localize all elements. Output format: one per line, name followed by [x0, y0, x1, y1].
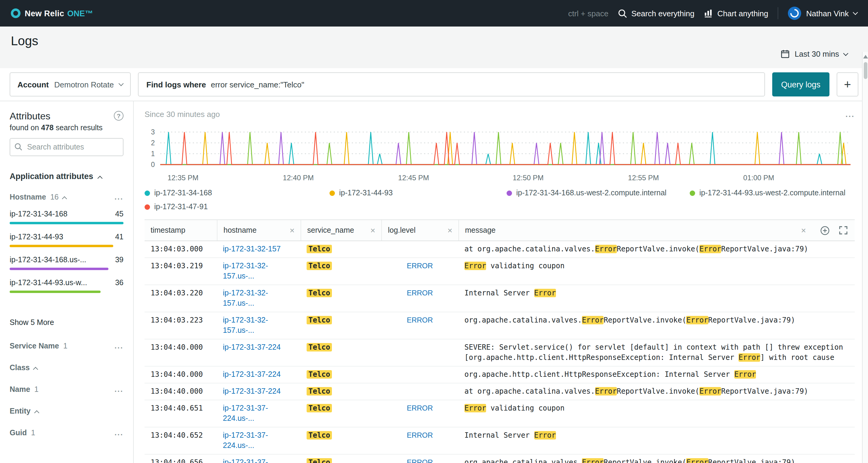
hostname-link[interactable]: ip-172-31-32-157.us-... — [223, 262, 268, 280]
legend-item[interactable]: ip-172-31-47-91 — [145, 203, 330, 211]
service-name-chip[interactable]: Telco — [307, 370, 332, 379]
chart-anything-button[interactable]: Chart anything — [704, 9, 768, 18]
attribute-item[interactable]: ip-172-31-34-168.us-...39 — [10, 256, 123, 270]
service-name-chip[interactable]: Telco — [307, 458, 332, 463]
hostname-group-header[interactable]: Hostname 16 ... — [10, 193, 123, 201]
close-column-icon[interactable]: × — [370, 226, 375, 235]
hostname-link[interactable]: ip-172-31-37-224 — [223, 370, 281, 379]
service-name-chip[interactable]: Telco — [307, 262, 332, 270]
close-column-icon[interactable]: × — [447, 226, 453, 235]
sidebar-section-guid[interactable]: Guid1... — [10, 422, 123, 444]
add-column-button[interactable] — [820, 226, 830, 235]
legend-item[interactable]: ip-172-31-34-168.us-west-2.compute.inter… — [506, 189, 690, 197]
scroll-up-arrow-icon[interactable] — [863, 55, 868, 58]
section-menu-icon[interactable]: ... — [115, 388, 123, 391]
section-menu-icon[interactable]: ... — [115, 344, 123, 348]
topbar-divider — [778, 7, 779, 19]
column-header-hostname[interactable]: hostname × — [217, 220, 301, 240]
legend-item[interactable]: ip-172-31-34-168 — [145, 189, 330, 197]
chevron-up-icon — [62, 196, 67, 201]
section-menu-icon[interactable]: ... — [115, 431, 123, 435]
cell-timestamp: 13:04:03.000 — [145, 241, 217, 257]
logs-main-panel: Since 30 minutes ago ... 012312:35 PM12:… — [134, 101, 868, 463]
hostname-link[interactable]: ip-172-31-37-224.us-... — [223, 458, 268, 463]
service-name-chip[interactable]: Telco — [307, 289, 332, 297]
hostname-link[interactable]: ip-172-31-37-224 — [223, 343, 281, 351]
help-icon[interactable]: ? — [114, 111, 123, 121]
column-header-message[interactable]: message × — [458, 220, 812, 240]
table-row[interactable]: 13:04:03.000ip-172-31-32-157Telcoat org.… — [145, 241, 855, 258]
log-level-value: ERROR — [407, 316, 433, 324]
close-column-icon[interactable]: × — [290, 226, 294, 235]
brand[interactable]: New Relic ONE™ — [11, 8, 93, 18]
sidebar-section-class[interactable]: Class — [10, 357, 123, 379]
close-column-icon[interactable]: × — [801, 226, 806, 235]
add-query-button[interactable]: + — [837, 73, 858, 96]
log-volume-chart[interactable]: 012312:35 PM12:40 PM12:45 PM12:50 PM12:5… — [145, 125, 855, 185]
vertical-scrollbar[interactable] — [862, 52, 868, 463]
shortcut-hint: ctrl + space — [568, 9, 609, 18]
column-header-timestamp[interactable]: timestamp — [145, 220, 217, 240]
column-header-service-name[interactable]: service_name × — [301, 220, 381, 240]
account-selector[interactable]: Account Demotron Rotate — [10, 73, 131, 96]
table-row[interactable]: 13:04:40.656ip-172-31-37-224.us-...Telco… — [145, 455, 855, 463]
scrollbar-thumb[interactable] — [864, 62, 867, 79]
expand-table-button[interactable] — [839, 226, 847, 234]
table-row[interactable]: 13:04:40.000ip-172-31-37-224Telcoat org.… — [145, 383, 855, 400]
log-level-value: ERROR — [407, 431, 433, 439]
column-label: hostname — [223, 226, 257, 234]
legend-item[interactable]: ip-172-31-44-93.us-west-2.compute.intern… — [690, 189, 855, 197]
hostname-link[interactable]: ip-172-31-32-157.us-... — [223, 289, 268, 308]
table-row[interactable]: 13:04:40.652ip-172-31-37-224.us-...Telco… — [145, 428, 855, 455]
sidebar-section-service-name[interactable]: Service Name1... — [10, 335, 123, 357]
chart-options-menu-icon[interactable]: ... — [845, 112, 855, 116]
application-attributes-label: Application attributes — [10, 172, 93, 181]
svg-text:1: 1 — [151, 150, 155, 157]
query-input[interactable]: Find logs where error service_name:"Telc… — [138, 73, 765, 96]
service-name-chip[interactable]: Telco — [307, 431, 332, 439]
table-row[interactable]: 13:04:40.651ip-172-31-37-224.us-...Telco… — [145, 400, 855, 428]
section-count: 1 — [31, 429, 35, 437]
query-logs-button[interactable]: Query logs — [772, 73, 830, 96]
table-row[interactable]: 13:04:40.000ip-172-31-37-224TelcoSEVERE:… — [145, 340, 855, 367]
attribute-bar — [10, 222, 123, 224]
service-name-chip[interactable]: Telco — [307, 404, 332, 412]
column-header-log-level[interactable]: log.level × — [381, 220, 458, 240]
table-row[interactable]: 13:04:03.223ip-172-31-32-157.us-...Telco… — [145, 312, 855, 340]
service-name-chip[interactable]: Telco — [307, 316, 332, 324]
application-attributes-section[interactable]: Application attributes — [10, 172, 123, 181]
search-icon — [14, 143, 22, 151]
hostname-link[interactable]: ip-172-31-37-224 — [223, 387, 281, 396]
time-range-picker[interactable]: Last 30 mins — [781, 50, 847, 58]
hostname-group-menu-icon[interactable]: ... — [115, 195, 123, 199]
show-more-link[interactable]: Show 5 More — [10, 318, 123, 327]
hostname-link[interactable]: ip-172-31-32-157 — [223, 245, 281, 253]
search-attributes-input[interactable] — [10, 138, 123, 156]
cell-timestamp: 13:04:03.223 — [145, 312, 217, 328]
hostname-link[interactable]: ip-172-31-37-224.us-... — [223, 404, 268, 423]
chevron-up-icon — [97, 175, 102, 180]
table-row[interactable]: 13:04:03.219ip-172-31-32-157.us-...Telco… — [145, 258, 855, 285]
table-row[interactable]: 13:04:40.000ip-172-31-37-224Telcoorg.apa… — [145, 367, 855, 383]
brand-one: ONE™ — [67, 9, 93, 18]
cell-service-name: Telco — [301, 241, 381, 257]
service-name-chip[interactable]: Telco — [307, 245, 332, 253]
attribute-item[interactable]: ip-172-31-44-93.us-w...36 — [10, 279, 123, 293]
search-everything-button[interactable]: Search everything — [618, 9, 694, 18]
sidebar-section-entity[interactable]: Entity — [10, 400, 123, 422]
section-label: Class — [10, 364, 30, 372]
svg-text:12:50 PM: 12:50 PM — [513, 174, 544, 182]
service-name-chip[interactable]: Telco — [307, 343, 332, 351]
cell-log-level: ERROR — [381, 400, 458, 416]
table-row[interactable]: 13:04:03.220ip-172-31-32-157.us-...Telco… — [145, 285, 855, 312]
sidebar-section-name[interactable]: Name1... — [10, 379, 123, 400]
user-menu[interactable]: Nathan Vink — [788, 7, 857, 20]
attribute-item[interactable]: ip-172-31-34-16845 — [10, 210, 123, 224]
time-range-label: Last 30 mins — [795, 50, 839, 58]
service-name-chip[interactable]: Telco — [307, 387, 332, 396]
legend-item[interactable]: ip-172-31-44-93 — [330, 189, 506, 197]
hostname-link[interactable]: ip-172-31-32-157.us-... — [223, 316, 268, 335]
svg-text:0: 0 — [151, 161, 155, 169]
attribute-item[interactable]: ip-172-31-44-9341 — [10, 233, 123, 247]
hostname-link[interactable]: ip-172-31-37-224.us-... — [223, 431, 268, 450]
